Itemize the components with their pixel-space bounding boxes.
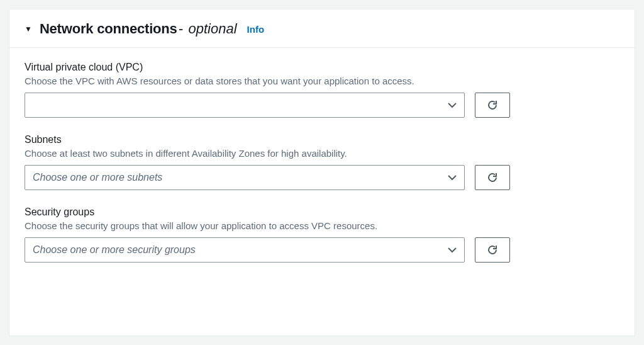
chevron-down-icon xyxy=(448,102,457,108)
panel-body: Virtual private cloud (VPC) Choose the V… xyxy=(9,48,635,294)
subnets-field-group: Subnets Choose at least two subnets in d… xyxy=(25,134,619,190)
chevron-down-icon xyxy=(448,174,457,181)
network-connections-panel: ▼ Network connections - optional Info Vi… xyxy=(9,9,635,336)
info-link[interactable]: Info xyxy=(247,24,265,35)
security-groups-select-placeholder: Choose one or more security groups xyxy=(33,244,196,256)
refresh-icon xyxy=(487,244,498,256)
optional-label: optional xyxy=(188,21,236,37)
security-groups-refresh-button[interactable] xyxy=(475,237,510,263)
security-groups-select[interactable]: Choose one or more security groups xyxy=(25,237,465,263)
vpc-field-group: Virtual private cloud (VPC) Choose the V… xyxy=(25,62,619,118)
security-groups-description: Choose the security groups that will all… xyxy=(25,220,619,231)
security-groups-label: Security groups xyxy=(25,206,619,218)
vpc-description: Choose the VPC with AWS resources or dat… xyxy=(25,76,619,86)
vpc-label: Virtual private cloud (VPC) xyxy=(25,62,619,73)
subnets-refresh-button[interactable] xyxy=(475,165,510,190)
vpc-refresh-button[interactable] xyxy=(475,93,510,118)
chevron-down-icon xyxy=(448,247,457,253)
section-title: Network connections xyxy=(40,21,177,37)
vpc-field-row xyxy=(25,93,619,118)
security-groups-field-row: Choose one or more security groups xyxy=(25,237,619,263)
vpc-select[interactable] xyxy=(25,93,465,118)
collapse-caret-icon: ▼ xyxy=(25,25,32,33)
security-groups-field-group: Security groups Choose the security grou… xyxy=(25,206,619,263)
subnets-label: Subnets xyxy=(25,134,619,145)
section-title-wrap: Network connections - optional xyxy=(40,21,237,37)
dash-separator: - xyxy=(179,21,187,37)
refresh-icon xyxy=(487,172,498,183)
refresh-icon xyxy=(487,99,498,111)
subnets-select[interactable]: Choose one or more subnets xyxy=(25,165,465,190)
subnets-select-placeholder: Choose one or more subnets xyxy=(33,172,162,183)
panel-header[interactable]: ▼ Network connections - optional Info xyxy=(9,9,635,48)
subnets-field-row: Choose one or more subnets xyxy=(25,165,619,190)
subnets-description: Choose at least two subnets in different… xyxy=(25,148,619,159)
